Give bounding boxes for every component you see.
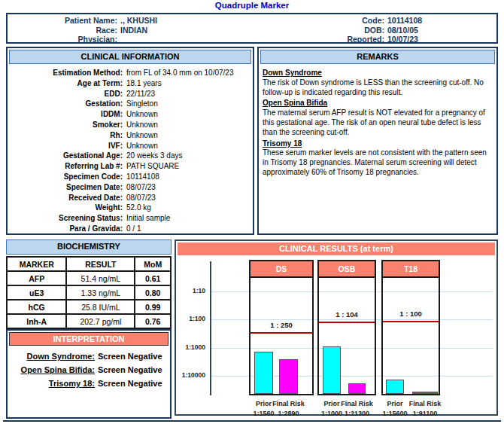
cutoff-line bbox=[383, 321, 439, 322]
clinical-information-rows: Estimation Method:from FL of 34.0 mm on … bbox=[8, 66, 253, 234]
remarks-text-down-syndrome: The risk of Down syndrome is LESS than t… bbox=[263, 78, 493, 98]
remarks-text-trisomy-18: These serum marker levels are not consis… bbox=[263, 148, 493, 177]
final-risk-bar bbox=[348, 383, 366, 394]
interpretation-value: Screen Negative bbox=[98, 349, 170, 363]
field-value: 0 / 1 bbox=[126, 224, 251, 234]
final-risk-bar bbox=[279, 359, 298, 394]
reported-value: 10/07/23 bbox=[387, 35, 489, 44]
table-row: Inh-A 202.7 pg/ml 0.76 bbox=[7, 314, 171, 328]
field-label: IDDM: bbox=[8, 109, 126, 120]
panel-ds-title: DS bbox=[250, 261, 312, 278]
final-risk-label: Final Risk bbox=[268, 400, 309, 407]
marker-result: 51.4 ng/mL bbox=[66, 271, 135, 285]
remarks-body: Down Syndrome The risk of Down syndrome … bbox=[259, 66, 496, 178]
field-label: Age at Term: bbox=[8, 78, 126, 89]
final-risk-value: 1:91100 bbox=[402, 410, 448, 417]
cutoff-label: 1 : 104 bbox=[319, 310, 375, 319]
field-label: Para / Gravida: bbox=[8, 224, 126, 234]
interpretation-value: Screen Negative bbox=[98, 363, 170, 377]
field-label: Referring Lab #: bbox=[8, 161, 126, 172]
clinical-information-header: CLINICAL INFORMATION bbox=[9, 50, 251, 64]
marker-name: uE3 bbox=[7, 285, 66, 300]
field-value: Unknown bbox=[126, 120, 251, 130]
page-bottom-rule bbox=[3, 420, 501, 422]
field-value: Unknown bbox=[126, 141, 251, 151]
panel-ds: DS 1 : 250 Prior Final Risk 1:1560 1:289… bbox=[249, 260, 314, 395]
table-header-row: MARKER RESULT MoM bbox=[7, 257, 171, 271]
marker-mom: 0.99 bbox=[135, 300, 171, 314]
table-row: uE3 1.33 ng/mL 0.80 bbox=[7, 285, 171, 300]
field-label: Gestational Age: bbox=[8, 151, 126, 161]
marker-mom: 0.80 bbox=[135, 285, 171, 300]
field-value: Unknown bbox=[126, 130, 251, 141]
final-risk-value: 1:21300 bbox=[336, 410, 378, 417]
field-label: Rh: bbox=[8, 130, 126, 141]
table-row: AFP 51.4 ng/mL 0.61 bbox=[7, 271, 171, 285]
y-axis-tick: 1:1000 bbox=[178, 343, 205, 351]
clinical-information-panel: CLINICAL INFORMATION Estimation Method:f… bbox=[6, 47, 254, 235]
clinical-results-panel: CLINICAL RESULTS (at term) 1:10 1:100 1:… bbox=[175, 239, 498, 416]
field-value: Singleton bbox=[126, 99, 251, 109]
column-result: RESULT bbox=[66, 257, 135, 271]
dob-value: 08/10/05 bbox=[387, 26, 489, 35]
marker-name: hCG bbox=[7, 300, 66, 314]
patient-info-left: Patient Name: ., KHUSHI Race: INDIAN Phy… bbox=[15, 16, 256, 44]
interpretation-header: INTERPRETATION bbox=[9, 332, 169, 346]
interpretation-label: Trisomy 18: bbox=[8, 377, 98, 390]
field-label: IVF: bbox=[8, 141, 126, 151]
cutoff-label: 1 : 100 bbox=[383, 310, 439, 318]
reported-label: Reported: bbox=[263, 35, 387, 44]
marker-mom: 0.61 bbox=[135, 271, 171, 285]
quadruple-marker-report: Quadruple Marker Patient Name: ., KHUSHI… bbox=[0, 0, 504, 424]
prior-bar bbox=[254, 352, 273, 394]
remarks-heading-open-spina-bifida: Open Spina Bifida bbox=[263, 99, 493, 108]
remarks-header: REMARKS bbox=[260, 50, 495, 64]
page-title: Quadruple Marker bbox=[0, 1, 504, 10]
field-value: 22/11/23 bbox=[126, 89, 251, 99]
patient-name-label: Patient Name: bbox=[15, 16, 120, 26]
panel-t18-title: T18 bbox=[383, 261, 439, 278]
interpretation-value: Screen Negative bbox=[98, 377, 170, 390]
y-axis-tick: 1:10 bbox=[178, 287, 205, 294]
race-value: INDIAN bbox=[120, 26, 256, 35]
patient-info-right: Code: 10114108 DOB: 08/10/05 Reported: 1… bbox=[263, 16, 489, 44]
field-label: Specimen Code: bbox=[8, 172, 126, 182]
y-axis-tick: 1:100 bbox=[178, 315, 205, 322]
remarks-heading-down-syndrome: Down Syndrome bbox=[263, 69, 493, 78]
field-label: Estimation Method: bbox=[8, 68, 126, 78]
field-value: Initial sample bbox=[126, 213, 251, 224]
field-value: 52.0 kg bbox=[126, 203, 251, 213]
table-row: hCG 25.8 IU/mL 0.99 bbox=[7, 300, 171, 314]
remarks-heading-trisomy-18: Trisomy 18 bbox=[263, 139, 493, 149]
final-risk-label: Final Risk bbox=[404, 400, 446, 407]
final-risk-value: 1:2890 bbox=[268, 410, 309, 417]
field-value: Unknown bbox=[126, 109, 251, 120]
remarks-panel: REMARKS Down Syndrome The risk of Down s… bbox=[257, 47, 498, 235]
biochemistry-table: MARKER RESULT MoM AFP 51.4 ng/mL 0.61 uE… bbox=[6, 256, 172, 329]
y-axis-tick: 1:10000 bbox=[178, 371, 205, 379]
y-axis-line bbox=[210, 261, 211, 395]
field-label: EDD: bbox=[8, 89, 126, 99]
dob-label: DOB: bbox=[263, 26, 387, 35]
panel-osb-title: OSB bbox=[319, 261, 375, 278]
cutoff-line bbox=[250, 332, 312, 334]
final-risk-bar bbox=[412, 392, 438, 394]
physician-label: Physician: bbox=[15, 35, 120, 44]
patient-info-box: Patient Name: ., KHUSHI Race: INDIAN Phy… bbox=[6, 13, 498, 44]
field-label: Screening Status: bbox=[8, 213, 126, 224]
field-label: Specimen Date: bbox=[8, 182, 126, 193]
marker-mom: 0.76 bbox=[135, 314, 171, 328]
cutoff-label: 1 : 250 bbox=[250, 321, 312, 329]
field-value: from FL of 34.0 mm on 10/07/23 bbox=[126, 68, 251, 78]
marker-result: 1.33 ng/mL bbox=[66, 285, 135, 300]
field-label: Weight: bbox=[8, 203, 126, 213]
race-label: Race: bbox=[15, 26, 120, 35]
cutoff-line bbox=[319, 322, 375, 323]
patient-name-value: ., KHUSHI bbox=[120, 16, 256, 26]
interpretation-label: Down Syndrome: bbox=[8, 349, 98, 363]
marker-name: AFP bbox=[7, 271, 66, 285]
panel-osb: OSB 1 : 104 Prior Final Risk 1:1000 1:21… bbox=[317, 260, 376, 395]
field-value: 08/07/23 bbox=[126, 182, 251, 193]
field-value: 08/07/23 bbox=[126, 193, 251, 203]
marker-result: 202.7 pg/ml bbox=[66, 314, 135, 328]
